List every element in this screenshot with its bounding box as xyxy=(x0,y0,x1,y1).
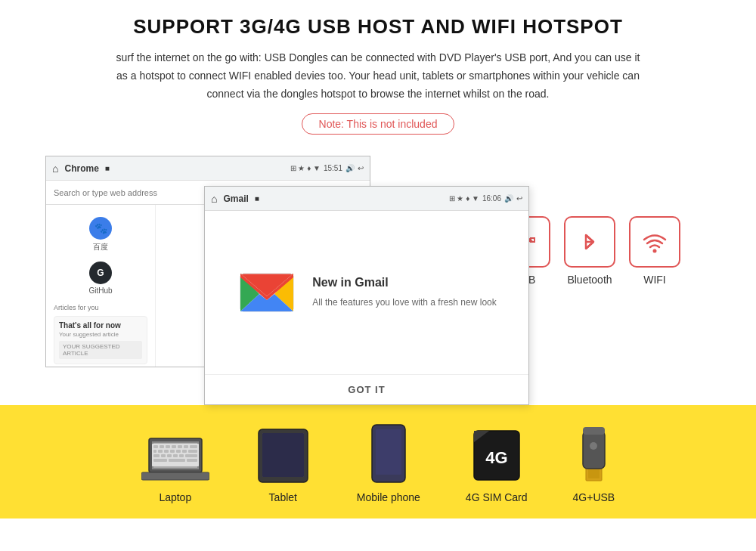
svg-rect-35 xyxy=(185,454,197,457)
gmail-tab-close: ■ xyxy=(255,194,259,203)
gmail-text: New in Gmail All the features you love w… xyxy=(312,276,496,309)
chrome-tab-close: ■ xyxy=(105,164,110,172)
svg-point-52 xyxy=(590,442,597,450)
suggestion-sub: Your suggested article xyxy=(59,331,142,338)
svg-rect-41 xyxy=(262,433,304,477)
svg-rect-8 xyxy=(531,238,534,242)
svg-rect-51 xyxy=(583,427,605,435)
svg-rect-49 xyxy=(588,469,600,478)
chrome-left-panel: 🐾 百度 G GitHub Articles for you That's al… xyxy=(46,205,156,367)
tablet-device: Tablet xyxy=(255,427,311,503)
gmail-screen: ⌂ Gmail ■ ⊞ ★ ♦ ▼ 16:06 🔊 ↩ xyxy=(204,186,529,405)
svg-rect-28 xyxy=(182,450,187,453)
laptop-svg xyxy=(141,435,209,484)
svg-rect-21 xyxy=(184,445,188,448)
chrome-status-icons: ⊞ ★ ♦ ▼ 15:51 🔊 ↩ xyxy=(290,164,364,172)
svg-rect-17 xyxy=(160,445,164,448)
svg-rect-22 xyxy=(190,445,197,448)
bluetooth-symbol-svg xyxy=(575,228,604,256)
svg-rect-25 xyxy=(164,450,169,453)
svg-rect-14 xyxy=(141,472,209,480)
gmail-home-icon: ⌂ xyxy=(211,193,217,205)
chrome-back-icon: ↩ xyxy=(358,164,364,172)
chrome-audio-icon: 🔊 xyxy=(345,164,355,172)
got-it-button[interactable]: GOT IT xyxy=(348,384,385,395)
laptop-icon xyxy=(141,435,209,484)
mobile-icon xyxy=(370,423,407,484)
svg-rect-20 xyxy=(178,445,182,448)
svg-rect-31 xyxy=(161,454,166,457)
svg-rect-19 xyxy=(172,445,176,448)
chrome-home-icon: ⌂ xyxy=(52,163,58,175)
suggestion-box: That's all for now Your suggested articl… xyxy=(54,316,147,364)
laptop-label: Laptop xyxy=(159,491,191,503)
wifi-label: WIFI xyxy=(643,274,666,286)
baidu-app: 🐾 百度 xyxy=(54,217,147,252)
laptop-device: Laptop xyxy=(141,435,209,503)
sim-label: 4G SIM Card xyxy=(466,491,528,503)
suggestion-more: YOUR SUGGESTED ARTICLE xyxy=(59,341,142,359)
svg-rect-44 xyxy=(376,429,401,475)
baidu-label: 百度 xyxy=(93,242,108,252)
sim-svg: 4G xyxy=(470,427,523,484)
svg-rect-16 xyxy=(153,445,158,448)
svg-rect-18 xyxy=(166,445,170,448)
gmail-tab-label: Gmail xyxy=(223,193,248,204)
wifi-symbol-svg xyxy=(640,228,669,256)
tablet-icon xyxy=(255,427,311,484)
top-section: SUPPORT 3G/4G USB HOST AND WIFI HOTSPOT … xyxy=(0,0,756,156)
svg-point-10 xyxy=(653,249,657,253)
gmail-status-icons: ⊞ ★ ♦ ▼ 16:06 🔊 ↩ xyxy=(449,194,522,203)
usb-dongle-icon xyxy=(577,423,611,484)
wifi-icon-item: WIFI xyxy=(629,216,680,286)
articles-label: Articles for you xyxy=(54,304,147,311)
svg-rect-27 xyxy=(176,450,181,453)
suggestion-title: That's all for now xyxy=(59,321,142,330)
tablet-svg xyxy=(255,427,311,484)
svg-rect-24 xyxy=(158,450,163,453)
baidu-icon: 🐾 xyxy=(89,217,112,240)
gmail-footer: GOT IT xyxy=(205,374,528,404)
svg-rect-36 xyxy=(153,459,167,462)
sim-device: 4G 4G SIM Card xyxy=(466,427,528,503)
gmail-sub-text: All the features you love with a fresh n… xyxy=(312,296,496,309)
usb-dongle-device: 4G+USB xyxy=(573,423,615,503)
github-label: GitHub xyxy=(88,286,112,295)
usb-dongle-svg xyxy=(577,423,611,484)
middle-section: ⌂ Chrome ■ ⊞ ★ ♦ ▼ 15:51 🔊 ↩ Search or t… xyxy=(0,156,756,405)
svg-rect-50 xyxy=(583,431,605,469)
svg-rect-33 xyxy=(173,454,178,457)
svg-rect-32 xyxy=(167,454,172,457)
description: surf the internet on the go with: USB Do… xyxy=(113,49,643,103)
bluetooth-icon-item: Bluetooth xyxy=(564,216,615,286)
svg-rect-29 xyxy=(188,450,197,453)
chrome-tab-label: Chrome xyxy=(64,163,98,174)
gmail-topbar: ⌂ Gmail ■ ⊞ ★ ♦ ▼ 16:06 🔊 ↩ xyxy=(205,187,528,211)
svg-text:4G: 4G xyxy=(485,448,507,467)
chrome-topbar: ⌂ Chrome ■ ⊞ ★ ♦ ▼ 15:51 🔊 ↩ xyxy=(46,156,370,181)
usb-dongle-label: 4G+USB xyxy=(573,491,615,503)
mobile-label: Mobile phone xyxy=(357,491,420,503)
gmail-time: 16:06 xyxy=(482,194,501,203)
svg-rect-38 xyxy=(187,459,197,462)
gmail-back-icon: ↩ xyxy=(516,194,522,203)
svg-rect-26 xyxy=(170,450,175,453)
gmail-icons-status: ⊞ ★ ♦ ▼ xyxy=(449,194,479,203)
mobile-device: Mobile phone xyxy=(357,423,420,503)
note-box: Note: This is not included xyxy=(302,113,455,135)
svg-rect-30 xyxy=(153,454,160,457)
github-icon: G xyxy=(89,262,112,284)
gmail-logo-svg xyxy=(237,262,297,323)
phone-mockup: ⌂ Chrome ■ ⊞ ★ ♦ ▼ 15:51 🔊 ↩ Search or t… xyxy=(45,156,476,390)
bluetooth-icon-box xyxy=(564,216,615,268)
wifi-icon-box xyxy=(629,216,680,268)
bluetooth-label: Bluetooth xyxy=(567,274,612,286)
tablet-label: Tablet xyxy=(269,491,297,503)
svg-rect-37 xyxy=(169,459,185,462)
mobile-svg xyxy=(370,423,407,484)
chrome-time: 15:51 xyxy=(324,164,342,172)
github-app: G GitHub xyxy=(54,262,147,295)
chrome-icons-status: ⊞ ★ ♦ ▼ xyxy=(290,164,321,172)
gmail-new-title: New in Gmail xyxy=(312,276,496,289)
gmail-body: New in Gmail All the features you love w… xyxy=(205,211,528,374)
